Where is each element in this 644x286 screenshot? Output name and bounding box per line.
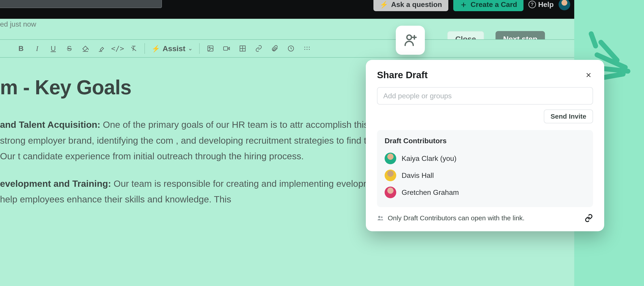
avatar [384,153,396,164]
contributors-title: Draft Contributors [384,137,586,145]
create-card-button[interactable]: ＋ Create a Card [453,0,524,11]
avatar [384,187,396,198]
formatting-toolbar: B I U S </> ⚡ Assist ⌄ [0,39,574,58]
highlight-button[interactable] [94,39,110,58]
send-invite-button[interactable]: Send Invite [544,109,593,123]
svg-point-12 [309,47,310,48]
code-button[interactable]: </> [110,39,126,58]
help-link[interactable]: ? Help [528,0,554,9]
share-title: Share Draft [377,70,428,80]
link-button[interactable] [251,39,267,58]
bold-button[interactable]: B [13,39,29,58]
contributor-name: Davis Hall [402,171,434,180]
global-search-input[interactable] [0,0,162,8]
contributor-row[interactable]: Kaiya Clark (you) [384,150,586,167]
top-bar: ⚡ Ask a question ＋ Create a Card ? Help [0,0,574,19]
ask-question-button[interactable]: ⚡ Ask a question [374,0,448,11]
svg-point-21 [378,216,380,218]
svg-point-4 [209,47,210,48]
help-label: Help [538,0,554,9]
share-draft-trigger[interactable] [396,26,425,55]
image-button[interactable] [202,39,218,58]
p1-strong: and Talent Acquisition: [0,120,100,130]
close-popover-button[interactable] [584,71,593,79]
fill-color-button[interactable] [77,39,94,58]
italic-button[interactable]: I [29,39,45,58]
chevron-down-icon: ⌄ [188,45,192,52]
help-icon: ? [528,1,536,8]
topbar-actions: ⚡ Ask a question ＋ Create a Card ? Help [374,0,570,11]
clear-format-button[interactable] [126,39,142,58]
avatar [384,170,396,181]
add-people-input[interactable] [377,87,593,105]
table-button[interactable] [234,39,251,58]
svg-point-13 [304,49,305,50]
plus-icon: ＋ [460,0,468,10]
contributor-row[interactable]: Gretchen Graham [384,184,586,201]
svg-point-15 [309,49,310,50]
svg-point-22 [381,217,383,218]
bolt-icon: ⚡ [380,1,388,8]
share-draft-popover: Share Draft Send Invite Draft Contributo… [366,60,604,231]
more-button[interactable] [299,39,315,58]
svg-point-10 [304,47,305,48]
link-permission-text: Only Draft Contributors can open with th… [388,214,524,222]
create-card-label: Create a Card [471,0,517,9]
contributor-name: Kaiya Clark (you) [402,154,456,163]
assist-button[interactable]: ⚡ Assist ⌄ [148,39,196,58]
embed-button[interactable] [283,39,299,58]
contributors-section: Draft Contributors Kaiya Clark (you) Dav… [377,130,593,207]
contributor-name: Gretchen Graham [402,188,459,197]
ask-question-label: Ask a question [391,0,442,9]
strikethrough-button[interactable]: S [61,39,77,58]
underline-button[interactable]: U [45,39,61,58]
send-invite-label: Send Invite [550,113,586,120]
person-add-icon [404,33,417,47]
close-icon [586,72,592,78]
contributor-row[interactable]: Davis Hall [384,167,586,184]
p2-strong: evelopment and Training: [0,179,111,189]
save-status: ed just now [0,20,36,28]
link-permissions-row: Only Draft Contributors can open with th… [377,214,593,222]
link-icon [584,214,593,222]
video-button[interactable] [218,39,234,58]
copy-link-button[interactable] [584,214,593,222]
assist-label: Assist [162,44,185,53]
svg-point-14 [306,49,308,50]
svg-rect-5 [224,47,228,50]
bolt-icon: ⚡ [152,45,160,52]
people-icon [377,215,384,221]
user-avatar[interactable] [558,0,570,10]
attachment-button[interactable] [267,39,283,58]
svg-point-16 [407,35,412,40]
svg-point-11 [306,47,308,48]
